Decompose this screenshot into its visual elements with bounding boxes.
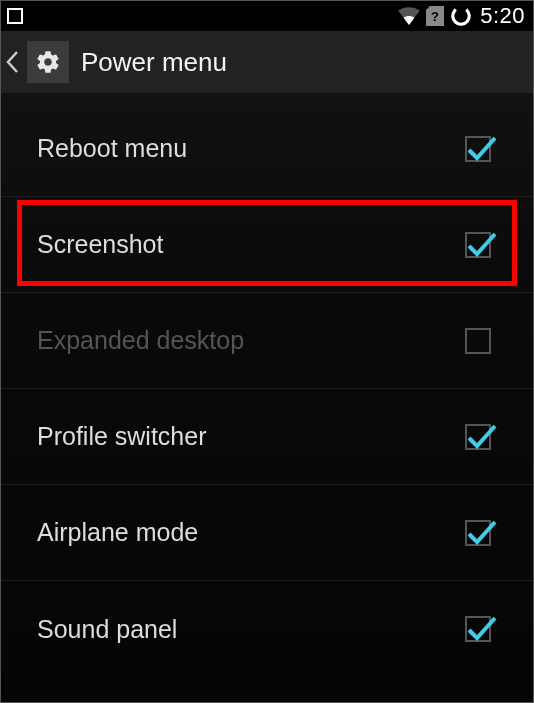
wifi-icon [398, 7, 420, 25]
check-icon [465, 611, 499, 645]
checkbox[interactable] [465, 136, 491, 162]
settings-app-icon[interactable] [27, 41, 69, 83]
status-bar: ? 5:20 [1, 1, 533, 31]
checkbox[interactable] [465, 232, 491, 258]
checkbox[interactable] [465, 424, 491, 450]
list-item-label: Airplane mode [37, 518, 198, 547]
list-item[interactable]: Screenshot [1, 197, 533, 293]
checkbox [465, 328, 491, 354]
settings-list: Reboot menuScreenshotExpanded desktopPro… [1, 93, 533, 702]
app-square-icon [7, 8, 23, 24]
no-sim-icon: ? [426, 6, 444, 26]
status-clock: 5:20 [480, 3, 525, 29]
check-icon [465, 131, 499, 165]
action-bar: Power menu [1, 31, 533, 93]
list-item-label: Sound panel [37, 615, 177, 644]
list-item: Expanded desktop [1, 293, 533, 389]
list-item[interactable]: Sound panel [1, 581, 533, 677]
list-item-label: Screenshot [37, 230, 163, 259]
back-button[interactable] [5, 50, 19, 74]
svg-point-1 [450, 5, 472, 27]
check-icon [465, 419, 499, 453]
checkbox-box-icon [465, 328, 491, 354]
check-icon [465, 515, 499, 549]
list-item-label: Profile switcher [37, 422, 207, 451]
screen: ? 5:20 Power menu Reboot menuScre [1, 1, 533, 702]
gear-icon [35, 49, 61, 75]
list-item-label: Expanded desktop [37, 326, 244, 355]
checkbox[interactable] [465, 520, 491, 546]
list-item[interactable]: Profile switcher [1, 389, 533, 485]
check-icon [465, 227, 499, 261]
list-item-label: Reboot menu [37, 134, 187, 163]
loading-ring-icon [450, 5, 472, 27]
svg-text:?: ? [431, 9, 439, 24]
list-item[interactable]: Reboot menu [1, 101, 533, 197]
checkbox[interactable] [465, 616, 491, 642]
page-title: Power menu [81, 47, 227, 78]
list-item[interactable]: Airplane mode [1, 485, 533, 581]
